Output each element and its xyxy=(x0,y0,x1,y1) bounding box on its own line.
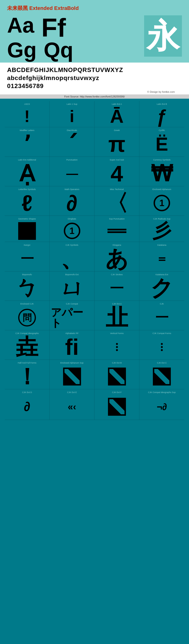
label-cjkcompat: CJK Compat xyxy=(51,303,93,305)
glyph-halffulls: ！ xyxy=(16,366,38,388)
cell-kangxi: Kangxi 一 xyxy=(5,242,50,271)
cell-latin1sup: Latin 1 Sup i xyxy=(50,101,95,127)
cell-cjkcompatideo: CJK Compat Ideographs 垚 xyxy=(5,330,50,360)
label-cjkextc: CJK Ext C xyxy=(141,362,183,364)
glyph-latinextb: ƒ xyxy=(157,107,167,126)
glyph-latinextadd: Ạ xyxy=(19,162,35,185)
label-latin1sup: Latin 1 Sup xyxy=(51,103,93,106)
cell-cjk: CJK 一 xyxy=(139,301,184,330)
glyph-cjkextb xyxy=(107,366,126,388)
cell-cjksymbols: CJK Symbols 、 xyxy=(50,242,95,271)
cell-cjkexte: CJK Ext E «‹ xyxy=(50,389,95,420)
label-enclosedalphanumsup: Enclosed Alphanum Sup xyxy=(51,362,93,364)
glyph-mathops: ∂ xyxy=(66,192,78,214)
cell-letterlike: Letterlike Symbols ℓ xyxy=(5,186,50,216)
cell-cjkcompatideosup: CJK Compat Ideographs Sup ¬∂ xyxy=(139,389,184,420)
letter-qq: Qq xyxy=(44,40,73,60)
circle-one-icon: 1 xyxy=(153,195,170,211)
kanji-block: 永 xyxy=(144,15,182,57)
glyph-latinexta: Ā xyxy=(110,107,124,126)
glyph-katakana: ＝ xyxy=(156,248,168,270)
glyph-hiragana: あ xyxy=(105,248,128,270)
glyph-currency: ₩ xyxy=(151,162,173,185)
glyph-punctuation: — xyxy=(66,162,78,185)
cell-currency: Currency Symbols ₩ xyxy=(139,157,184,186)
glyph-enclosednum: 1 xyxy=(153,192,170,214)
label-enclosedcjk: Enclosed CJK xyxy=(6,303,48,305)
cell-cjkextf: CJK Ext F xyxy=(95,389,139,420)
cell-latinextb: Latin Ext B ƒ xyxy=(139,101,184,127)
preview-area: Aa Ff Gg Qq 永 xyxy=(7,15,182,62)
label-cjkstrokes: CJK Strokes xyxy=(96,273,138,276)
glyph-cjkcompat: アパート xyxy=(51,306,93,329)
label-enclosednum: Enclosed Alphanum xyxy=(141,188,183,191)
alphabet-upper: ABCDEFGHIJKLMNOPQRSTUVWXYZ xyxy=(7,66,182,74)
cell-vertforms: Vertical Forms xyxy=(95,330,139,360)
dingbat-circle-icon: 1 xyxy=(64,222,80,239)
grid-row-10: Half And Full Forms ！ Enclosed Alphanum … xyxy=(5,360,184,389)
glyph-greek: π xyxy=(108,133,125,155)
cell-cjkcompatforms: CJK Compat Forms xyxy=(139,330,184,360)
label-ascii: ASCII xyxy=(6,103,48,106)
alphabet-lower: abcdefghijklmnopqrstuvwxyz xyxy=(7,74,182,82)
grid-row-8: Enclosed CJK 問 CJK Compat アパート CJK Ext A… xyxy=(5,301,184,330)
preview-letters: Aa Ff Gg Qq xyxy=(7,15,73,60)
kanji-char: 永 xyxy=(146,20,179,53)
label-hiragana: Hiragana xyxy=(96,244,138,246)
label-cjkextf: CJK Ext F xyxy=(96,391,138,394)
glyph-latin1sup: i xyxy=(70,107,74,126)
cell-superandsub: Super And Sub 4 xyxy=(95,157,139,186)
grid-row-4: Letterlike Symbols ℓ Math Operators ∂ Mi… xyxy=(5,186,184,216)
grid-row-11: CJK Ext D ∂ CJK Ext E «‹ CJK Ext F CJK C… xyxy=(5,389,184,420)
glyph-cjkextd: ∂ xyxy=(24,395,30,418)
cell-mathops: Math Operators ∂ xyxy=(50,186,95,216)
glyph-enclosedcjk: 問 xyxy=(18,306,36,329)
cell-hiragana: Hiragana あ xyxy=(95,242,139,271)
label-cjkcompatideosup: CJK Compat Ideographs Sup xyxy=(141,391,183,394)
label-cjkextb: CJK Ext B xyxy=(96,362,138,364)
cell-misctech: Misc Technical 〈 xyxy=(95,186,139,216)
glyph-ascii: ! xyxy=(24,107,30,126)
grid-row-2: Modifier Letters ʼ Diacriticals ˊ Greek … xyxy=(5,127,184,157)
letter-gg: Gg xyxy=(7,40,37,60)
cell-cjkcompat: CJK Compat アパート xyxy=(50,301,95,330)
grid-row-5: Geometric Shapes Dingbats 1 Sup Punctuat… xyxy=(5,216,184,242)
grid-row-7: Bopomofo ㄅ Bopomofo Ext ㄩ CJK Strokes ㇐ … xyxy=(5,272,184,301)
label-cyrillic: Cyrillic xyxy=(141,129,183,132)
cell-dingbats: Dingbats 1 xyxy=(50,216,95,242)
header-section: 未来燚黑 Extended ExtraBold Aa Ff Gg Qq 永 xyxy=(0,0,189,62)
label-cjkcompatforms: CJK Compat Forms xyxy=(141,332,183,335)
glyph-kangxi: 一 xyxy=(21,248,33,270)
label-cjkextd: CJK Ext D xyxy=(6,391,48,394)
copyright: © Design by fontke.com xyxy=(7,90,182,93)
glyph-cjkexte: «‹ xyxy=(68,395,76,418)
cell-cjkstrokes: CJK Strokes ㇐ xyxy=(95,272,139,301)
cell-cjkextd: CJK Ext D ∂ xyxy=(5,389,50,420)
glyph-cyrillic: Ё xyxy=(155,133,168,155)
label-cjk: CJK xyxy=(141,303,183,305)
preview-row-2: Gg Qq xyxy=(7,40,73,60)
grid-row-9: CJK Compat Ideographs 垚 Alphabetic PF ﬁ … xyxy=(5,330,184,360)
cell-katakanaext: Katakana Ext ク xyxy=(139,272,184,301)
cell-enclosedcjk: Enclosed CJK 問 xyxy=(5,301,50,330)
cell-cjkradicals: CJK Radicals Sup 彡 xyxy=(139,216,184,242)
glyph-cjkstrokes: ㇐ xyxy=(110,277,123,299)
grid-row-1: ASCII ! Latin 1 Sup i Latin Ext A Ā Lati… xyxy=(5,101,184,127)
label-latinexta: Latin Ext A xyxy=(96,103,138,106)
glyph-cjkcompatforms xyxy=(161,336,163,358)
glyph-bopomofo: ㄅ xyxy=(16,277,39,299)
glyph-suppunct xyxy=(107,222,126,240)
label-katakana: Katakana xyxy=(141,244,183,246)
label-vertforms: Vertical Forms xyxy=(96,332,138,335)
cell-geoshapes: Geometric Shapes xyxy=(5,216,50,242)
glyph-cjk: 一 xyxy=(155,306,168,329)
cell-cjkextb: CJK Ext B xyxy=(95,360,139,389)
cell-latinextadd: Latin Ext Additional Ạ xyxy=(5,157,50,186)
label-punctuation: Punctuation xyxy=(51,159,93,161)
label-cjksymbols: CJK Symbols xyxy=(51,244,93,246)
cell-bopomofo: Bopomofo ㄅ xyxy=(5,272,50,301)
grid-row-6: Kangxi 一 CJK Symbols 、 Hiragana あ Kataka… xyxy=(5,242,184,272)
cell-enclosedalphanumsup: Enclosed Alphanum Sup xyxy=(50,360,95,389)
label-latinextb: Latin Ext B xyxy=(141,103,183,106)
label-kangxi: Kangxi xyxy=(6,244,48,246)
